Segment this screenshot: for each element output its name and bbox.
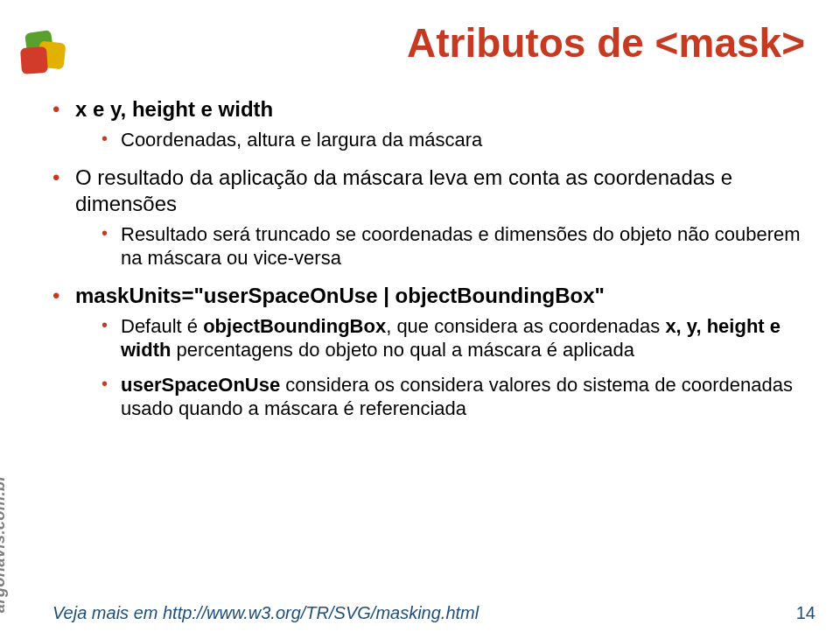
bullet-xy-hw-label: x e y, height e width xyxy=(75,97,273,121)
page-title: Atributos de <mask> xyxy=(407,19,805,67)
page-number: 14 xyxy=(796,603,816,623)
bullet-maskunits-userspace: userSpaceOnUse considera os considera va… xyxy=(102,373,805,421)
footer-link: Veja mais em http://www.w3.org/TR/SVG/ma… xyxy=(52,603,479,623)
bullet-maskunits: maskUnits="userSpaceOnUse | objectBoundi… xyxy=(52,283,805,421)
bullet-xy-hw-sub: Coordenadas, altura e largura da máscara xyxy=(102,128,805,152)
text-fragment: , que considera as coordenadas xyxy=(386,315,665,337)
text-fragment: Default é xyxy=(121,315,203,337)
brand-vertical: argonavis.com.br xyxy=(0,474,9,613)
text-fragment: percentagens do objeto no qual a máscara… xyxy=(171,339,634,361)
text-bold: objectBoundingBox xyxy=(203,315,386,337)
content-area: x e y, height e width Coordenadas, altur… xyxy=(52,96,805,433)
bullet-resultado-sub: Resultado será truncado se coordenadas e… xyxy=(102,222,805,270)
bullet-xy-hw: x e y, height e width Coordenadas, altur… xyxy=(52,96,805,152)
bullet-maskunits-default: Default é objectBoundingBox, que conside… xyxy=(102,314,805,362)
text-bold: userSpaceOnUse xyxy=(121,374,280,396)
bullet-maskunits-label: maskUnits="userSpaceOnUse | objectBoundi… xyxy=(75,284,605,307)
bullet-resultado-text: O resultado da aplicação da máscara leva… xyxy=(75,165,732,215)
logo-icon xyxy=(19,26,72,79)
bullet-resultado: O resultado da aplicação da máscara leva… xyxy=(52,165,805,270)
svg-rect-2 xyxy=(20,46,48,74)
